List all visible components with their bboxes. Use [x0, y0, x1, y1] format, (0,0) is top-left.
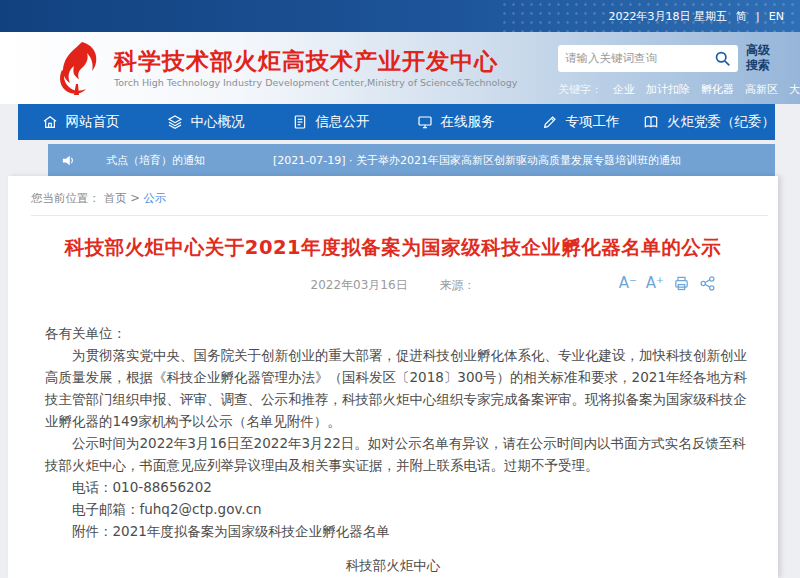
- search-icon: [714, 50, 731, 67]
- nav-label: 火炬党委（纪委）: [667, 113, 775, 131]
- nav-item-info-disclosure[interactable]: 信息公开: [268, 104, 393, 140]
- nav-item-online-services[interactable]: 在线服务: [393, 104, 518, 140]
- font-increase-button[interactable]: A⁺: [646, 274, 664, 292]
- search-input[interactable]: [565, 51, 714, 65]
- keyword-link[interactable]: 企业: [613, 82, 635, 97]
- monitor-icon: [417, 114, 433, 130]
- keyword-link[interactable]: 大赛: [789, 82, 800, 97]
- nav-item-overview[interactable]: 中心概况: [143, 104, 268, 140]
- brand[interactable]: 科学技术部火炬高技术产业开发中心 Torch High Technology I…: [0, 32, 517, 104]
- article-body: 各有关单位： 为贯彻落实党中央、国务院关于创新创业的重大部署，促进科技创业孵化体…: [8, 322, 778, 542]
- nav-label: 专项工作: [566, 113, 620, 131]
- nav-item-special-projects[interactable]: 专项工作: [518, 104, 643, 140]
- signature-block: 科技部火炬中心 2022年3月16日: [8, 553, 778, 578]
- nav-item-party-committee[interactable]: 火炬党委（纪委）: [643, 104, 775, 140]
- print-icon[interactable]: [673, 275, 690, 292]
- nav-label: 在线服务: [441, 113, 495, 131]
- breadcrumb-current-link[interactable]: 公示: [144, 191, 167, 205]
- article-salutation: 各有关单位：: [45, 322, 750, 344]
- topbar: 2022年3月18日 星期五 简 | EN: [0, 0, 800, 32]
- lang-simplified-link[interactable]: 简: [736, 9, 747, 24]
- current-date: 2022年3月18日 星期五: [609, 9, 728, 24]
- ticker-item[interactable]: 式点（培育）的通知: [106, 153, 205, 168]
- contact-email: 电子邮箱：fuhq2@ctp.gov.cn: [45, 498, 750, 520]
- pencil-icon: [542, 114, 558, 130]
- nav-label: 中心概况: [191, 113, 245, 131]
- layers-icon: [167, 114, 183, 130]
- document-icon: [292, 114, 308, 130]
- book-icon: [643, 114, 659, 130]
- keyword-link[interactable]: 加计扣除: [646, 82, 690, 97]
- main-nav: 网站首页 中心概况 信息公开 在线服务 专项工作 火炬党委（纪委）: [18, 104, 775, 140]
- font-decrease-button[interactable]: A⁻: [619, 274, 637, 292]
- nav-item-home[interactable]: 网站首页: [18, 104, 143, 140]
- article-meta: 2022年03月16日 来源： A⁻ A⁺: [8, 277, 778, 294]
- header-right: 高级搜索 关键字： 企业 加计扣除 孵化器 高新区 大赛: [558, 32, 800, 104]
- site-header: 科学技术部火炬高技术产业开发中心 Torch High Technology I…: [0, 32, 800, 104]
- share-icon[interactable]: [699, 275, 716, 292]
- advanced-search-link[interactable]: 高级搜索: [746, 43, 772, 73]
- breadcrumb: 您当前位置： 首页 > 公示: [8, 176, 778, 215]
- site-title: 科学技术部火炬高技术产业开发中心: [114, 48, 517, 74]
- news-ticker: 式点（培育）的通知 [2021-07-19] · 关于举办2021年国家高新区创…: [48, 144, 775, 176]
- article-paragraph: 公示时间为2022年3月16日至2022年3月22日。如对公示名单有异议，请在公…: [45, 432, 750, 476]
- breadcrumb-home-link[interactable]: 首页: [104, 191, 127, 205]
- attachment-line: 附件：2021年度拟备案为国家级科技企业孵化器名单: [45, 520, 750, 542]
- breadcrumb-label: 您当前位置：: [31, 191, 100, 205]
- signature-org: 科技部火炬中心: [8, 553, 778, 577]
- keyword-link[interactable]: 孵化器: [701, 82, 734, 97]
- article-source-label: 来源：: [439, 278, 475, 292]
- article-paragraph: 为贯彻落实党中央、国务院关于创新创业的重大部署，促进科技创业孵化体系化、专业化建…: [45, 344, 750, 432]
- article-title: 科技部火炬中心关于2021年度拟备案为国家级科技企业孵化器名单的公示: [8, 234, 778, 261]
- breadcrumb-divider: [31, 215, 768, 216]
- keywords-label: 关键字：: [558, 82, 602, 97]
- hot-keywords: 关键字： 企业 加计扣除 孵化器 高新区 大赛: [558, 82, 786, 97]
- ticker-item[interactable]: [2021-07-19] · 关于举办2021年国家高新区创新驱动高质量发展专题…: [273, 153, 681, 168]
- site-subtitle: Torch High Technology Industry Developme…: [114, 77, 517, 88]
- keyword-link[interactable]: 高新区: [745, 82, 778, 97]
- torch-logo-icon: [52, 40, 104, 96]
- brand-text: 科学技术部火炬高技术产业开发中心 Torch High Technology I…: [114, 48, 517, 88]
- contact-phone: 电话：010-88656202: [45, 476, 750, 498]
- article-tools: A⁻ A⁺: [619, 274, 716, 292]
- home-icon: [42, 114, 58, 130]
- nav-label: 网站首页: [66, 113, 120, 131]
- speaker-icon: [61, 153, 76, 168]
- nav-label: 信息公开: [316, 113, 370, 131]
- content-card: 您当前位置： 首页 > 公示 科技部火炬中心关于2021年度拟备案为国家级科技企…: [8, 176, 778, 578]
- lang-divider: |: [756, 10, 760, 23]
- article-date: 2022年03月16日: [311, 278, 408, 292]
- search-button[interactable]: [714, 50, 731, 67]
- breadcrumb-separator: >: [130, 191, 140, 205]
- search-box: [558, 45, 738, 72]
- lang-en-link[interactable]: EN: [769, 10, 784, 23]
